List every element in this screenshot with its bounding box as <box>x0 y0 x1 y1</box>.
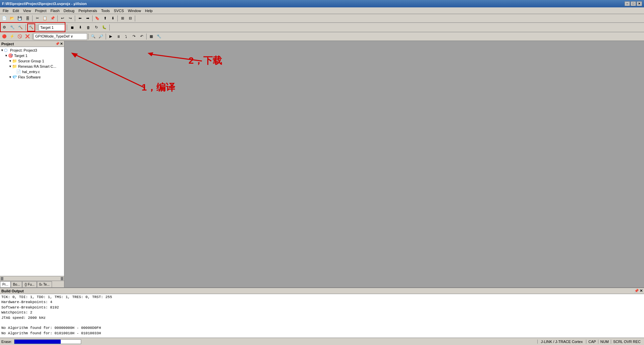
tree-item-renesas[interactable]: ▼ 📁 Renesas RA Smart C... <box>0 64 64 69</box>
tree-item-source-group1[interactable]: ▼ 📁 Source Group 1 <box>0 58 64 64</box>
run-button[interactable]: ▶ <box>107 33 114 40</box>
build-line-3: Software-Breakpoints: 8192 <box>1 305 643 310</box>
menu-view[interactable]: View <box>21 8 33 13</box>
menu-window[interactable]: Window <box>126 8 143 13</box>
gpio-mode-dropdown[interactable]: GPIOMode_TypeDef ∨ <box>34 33 87 40</box>
search2-button[interactable]: 🔎 <box>97 33 105 40</box>
expand-project[interactable]: ▼ <box>1 49 4 52</box>
num-indicator: NUM <box>598 340 611 344</box>
sep3 <box>75 15 75 21</box>
expand-renesas[interactable]: ▼ <box>9 65 12 68</box>
nav-back-button[interactable]: ⬅ <box>76 15 84 22</box>
status-bar: Erase: J-LINK / J-TRACE Cortex CAP NUM S… <box>0 338 644 345</box>
sep2 <box>57 15 58 21</box>
tree-item-target1[interactable]: ▼ 🎯 Target 1 <box>0 53 64 58</box>
download-button[interactable]: ⬇ <box>76 24 84 31</box>
build-output-close[interactable]: ✕ <box>640 289 643 293</box>
build-line-7: No Algorithm found for: 00000000H - 0000… <box>1 326 643 331</box>
build-output-title: Build Output <box>1 289 24 293</box>
project-panel: Project 📌 ✕ ▼ ⬡ Project: Project3 ▼ 🎯 Ta <box>0 41 64 287</box>
undo-button[interactable]: ↩ <box>59 15 66 22</box>
menu-tools[interactable]: Tools <box>99 8 112 13</box>
tab-templates[interactable]: 0₀ Te... <box>37 281 52 287</box>
expand-flex-software[interactable]: ▼ <box>9 75 12 79</box>
menu-edit[interactable]: Edit <box>11 8 21 13</box>
search-button[interactable]: 🔍 <box>90 33 97 40</box>
tab-project[interactable]: Pr... <box>0 281 11 287</box>
menu-debug[interactable]: Debug <box>62 8 76 13</box>
menu-project[interactable]: Project <box>33 8 48 13</box>
panel-close-button[interactable]: ✕ <box>60 42 63 46</box>
build-output-pin[interactable]: 📌 <box>634 289 639 293</box>
menu-help[interactable]: Help <box>143 8 155 13</box>
build-output-content[interactable]: TCK: 0, TDI: 1, TDO: 1, TMS: 1, TRES: 0,… <box>0 294 644 338</box>
minimize-button[interactable]: – <box>625 1 630 6</box>
expand-target1[interactable]: ▼ <box>5 54 8 57</box>
build-output-header: Build Output 📌 ✕ <box>0 288 644 294</box>
project-panel-header: Project 📌 ✕ <box>0 41 64 47</box>
close-button[interactable]: ✕ <box>637 1 642 6</box>
build-line-6 <box>1 321 643 326</box>
save-all-button[interactable]: 🗄 <box>24 15 31 22</box>
expand-source-group1[interactable]: ▼ <box>9 59 12 63</box>
debug-start-button[interactable]: 🐛 <box>101 24 108 31</box>
target-options-button[interactable]: ⚙ <box>1 24 8 31</box>
annotation-compile: 1，编译 <box>142 81 175 94</box>
clear-all-breakpoints-button[interactable]: ❌ <box>24 33 31 40</box>
target-dropdown[interactable]: Target 1 <box>39 24 65 31</box>
step-over-button[interactable]: ↷ <box>130 33 138 40</box>
status-right: J-LINK / J-TRACE Cortex CAP NUM SCRL OVR… <box>537 340 643 344</box>
tab-functions[interactable]: {} Fu... <box>22 281 37 287</box>
menu-file[interactable]: File <box>1 8 11 13</box>
stop-build-button[interactable]: ⏹ <box>68 24 76 31</box>
target-icon: 🎯 <box>8 53 13 58</box>
source-group1-label: Source Group 1 <box>18 59 44 63</box>
tree-view: ▼ ⬡ Project: Project3 ▼ 🎯 Target 1 ▼ 📁 S… <box>0 47 64 276</box>
copy-button[interactable]: 📋 <box>41 15 49 22</box>
tree-item-hal-entry[interactable]: 📄 hal_entry.c <box>0 69 64 74</box>
redo-button[interactable]: ↪ <box>66 15 74 22</box>
paste-button[interactable]: 📌 <box>49 15 56 22</box>
tree-item-project[interactable]: ▼ ⬡ Project: Project3 <box>0 48 64 53</box>
save-button[interactable]: 💾 <box>16 15 23 22</box>
cut-button[interactable]: ✂ <box>34 15 41 22</box>
svg-marker-3 <box>148 52 153 56</box>
maximize-button[interactable]: □ <box>631 1 636 6</box>
enable-disable-breakpoint-button[interactable]: ⚡ <box>8 33 16 40</box>
erase-progress-fill <box>14 340 61 344</box>
source-group1-folder-icon: 📁 <box>12 59 17 63</box>
menu-peripherals[interactable]: Peripherals <box>76 8 99 13</box>
erase-button[interactable]: 🗑 <box>85 24 92 31</box>
new-file-button[interactable]: 📄 <box>1 15 8 22</box>
bookmark-prev-button[interactable]: ⬆ <box>101 15 109 22</box>
bookmark-next-button[interactable]: ⬇ <box>109 15 116 22</box>
title-bar: F:\RS\project\Project3\project3.uvprojx … <box>0 0 644 7</box>
tab-books[interactable]: Bo... <box>11 281 22 287</box>
bookmark-button[interactable]: 🔖 <box>94 15 101 22</box>
panel-pin-button[interactable]: 📌 <box>55 42 59 46</box>
indent-button[interactable]: ⊞ <box>119 15 126 22</box>
sep5 <box>117 15 118 21</box>
build-options-button[interactable]: 🔧 <box>9 24 16 31</box>
insert-breakpoint-button[interactable]: 🔴 <box>1 33 8 40</box>
view1-button[interactable]: ▦ <box>148 33 155 40</box>
menu-svcs[interactable]: SVCS <box>112 8 126 13</box>
step-into-button[interactable]: ⤵ <box>122 33 130 40</box>
open-button[interactable]: 📂 <box>8 15 16 22</box>
reset-button[interactable]: ↻ <box>93 24 100 31</box>
settings-button[interactable]: 🔧 <box>155 33 163 40</box>
disable-all-breakpoints-button[interactable]: 🚫 <box>16 33 23 40</box>
compile-build-button[interactable]: 🔨 <box>27 23 35 32</box>
menu-flash[interactable]: Flash <box>49 8 62 13</box>
tree-item-flex-software[interactable]: ▼ 💎 Flex Software <box>0 74 64 80</box>
step-out-button[interactable]: ↶ <box>138 33 145 40</box>
build-line-5: JTAG speed: 2000 kHz <box>1 315 643 321</box>
project-scrollbar[interactable] <box>0 276 64 281</box>
erase-label: Erase: <box>1 340 12 344</box>
nav-forward-button[interactable]: ➡ <box>84 15 91 22</box>
stop-button[interactable]: ⏸ <box>115 33 122 40</box>
unindent-button[interactable]: ⊟ <box>126 15 134 22</box>
sep-t4 <box>109 24 110 31</box>
something-btn[interactable]: 🔨 <box>17 24 24 31</box>
sep-r2-1 <box>32 34 33 40</box>
